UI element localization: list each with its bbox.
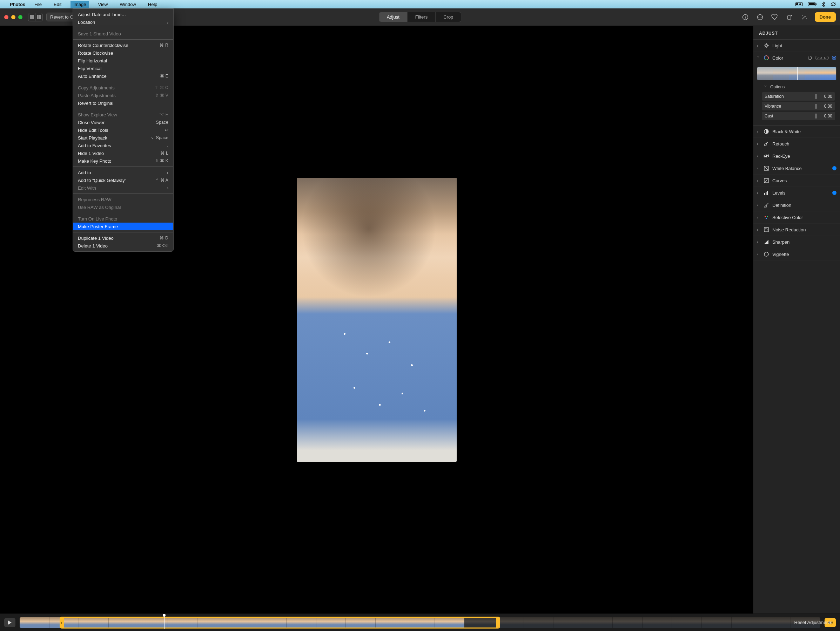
menu-item[interactable]: Flip Horizontal bbox=[73, 57, 173, 65]
menu-separator bbox=[73, 167, 173, 167]
menu-edit[interactable]: Edit bbox=[51, 1, 64, 8]
adjust-row-retouch[interactable]: › Retouch bbox=[753, 138, 840, 150]
bluetooth-icon[interactable] bbox=[822, 2, 825, 7]
slider-saturation[interactable]: Saturation 0.00 bbox=[762, 92, 835, 101]
adjust-panel: ADJUST › Light › Color AUTO bbox=[753, 26, 840, 614]
color-preview-strip[interactable] bbox=[757, 67, 837, 80]
menu-item[interactable]: Revert to Original bbox=[73, 99, 173, 107]
control-center-icon[interactable] bbox=[795, 2, 803, 6]
edit-mode-tabs[interactable]: Adjust Filters Crop bbox=[379, 12, 461, 22]
menu-file[interactable]: File bbox=[32, 1, 44, 8]
menu-item[interactable]: Start Playback⌥ Space bbox=[73, 134, 173, 142]
menu-item[interactable]: Flip Vertical bbox=[73, 65, 173, 72]
menu-window[interactable]: Window bbox=[117, 1, 139, 8]
menu-separator bbox=[73, 109, 173, 109]
adjust-row-definition[interactable]: › Definition bbox=[753, 199, 840, 211]
traffic-lights bbox=[4, 15, 22, 19]
menu-item[interactable]: Hide 1 Video⌘ L bbox=[73, 149, 173, 157]
menu-item[interactable]: Make Key Photo⇧ ⌘ K bbox=[73, 157, 173, 165]
svg-point-17 bbox=[765, 44, 768, 47]
color-strip-marker[interactable] bbox=[797, 67, 797, 80]
window-minimize-button[interactable] bbox=[11, 15, 16, 19]
split-view-icon[interactable] bbox=[35, 13, 43, 21]
menu-separator bbox=[73, 213, 173, 213]
menu-item[interactable]: Hide Edit Tools↩ bbox=[73, 126, 173, 134]
slider-vibrance[interactable]: Vibrance 0.00 bbox=[762, 102, 835, 110]
view-toggle[interactable] bbox=[28, 13, 43, 21]
adjust-row-bw[interactable]: › Black & White bbox=[753, 125, 840, 138]
menu-item-label: Close Viewer bbox=[78, 120, 156, 125]
tab-adjust[interactable]: Adjust bbox=[379, 12, 407, 22]
grid-view-icon[interactable] bbox=[28, 13, 35, 21]
slider-handle[interactable] bbox=[815, 104, 817, 109]
status-icons bbox=[795, 2, 837, 7]
adjust-row-label: Definition bbox=[772, 203, 837, 208]
sync-icon[interactable] bbox=[830, 2, 837, 7]
svg-line-23 bbox=[768, 47, 768, 47]
window-close-button[interactable] bbox=[4, 15, 8, 19]
rotate-icon[interactable] bbox=[785, 13, 794, 21]
menu-item[interactable]: Add to› bbox=[73, 169, 173, 176]
menu-image[interactable]: Image bbox=[71, 1, 89, 8]
menu-item[interactable]: Adjust Date and Time… bbox=[73, 11, 173, 18]
adjust-row-label: White Balance bbox=[772, 166, 829, 171]
svg-point-47 bbox=[767, 230, 767, 231]
svg-rect-8 bbox=[39, 15, 41, 19]
favorite-icon[interactable] bbox=[771, 13, 779, 21]
adjust-row-wb[interactable]: › White Balance bbox=[753, 162, 840, 175]
adjust-row-selcolor[interactable]: › Selective Color bbox=[753, 211, 840, 224]
adjust-row-redeye[interactable]: › Red-Eye bbox=[753, 150, 840, 162]
menu-item: Turn On Live Photo bbox=[73, 215, 173, 222]
adjust-row-light[interactable]: › Light bbox=[753, 39, 840, 52]
auto-enhance-icon[interactable] bbox=[800, 13, 808, 21]
menu-item[interactable]: Add to “Quick Getaway”⌃ ⌘ A bbox=[73, 176, 173, 184]
reset-adjustments-button[interactable]: Reset Adjustments bbox=[789, 620, 837, 625]
svg-rect-11 bbox=[745, 16, 745, 18]
submenu-arrow-icon: › bbox=[167, 170, 168, 175]
info-icon[interactable] bbox=[741, 13, 750, 21]
bw-icon bbox=[763, 128, 769, 135]
menu-item[interactable]: Auto Enhance⌘ E bbox=[73, 72, 173, 80]
svg-rect-37 bbox=[766, 192, 767, 195]
menu-item[interactable]: Rotate Counterclockwise⌘ R bbox=[73, 41, 173, 49]
window-zoom-button[interactable] bbox=[18, 15, 22, 19]
battery-icon[interactable] bbox=[808, 2, 817, 6]
adjust-row-color[interactable]: › Color AUTO bbox=[753, 52, 840, 64]
menu-item[interactable]: Duplicate 1 Video⌘ D bbox=[73, 234, 173, 242]
more-icon[interactable] bbox=[756, 13, 764, 21]
app-name[interactable]: Photos bbox=[10, 2, 25, 7]
menu-item[interactable]: Add to Favorites. bbox=[73, 142, 173, 149]
filmstrip bbox=[20, 617, 820, 628]
tab-crop[interactable]: Crop bbox=[435, 12, 461, 22]
play-button[interactable] bbox=[4, 618, 16, 627]
auto-button[interactable]: AUTO bbox=[815, 56, 829, 60]
adjust-row-curves[interactable]: › Curves bbox=[753, 175, 840, 187]
svg-rect-36 bbox=[764, 193, 765, 195]
menu-item[interactable]: Location› bbox=[73, 18, 173, 26]
color-options-toggle[interactable]: › Options bbox=[757, 83, 837, 91]
reset-icon[interactable] bbox=[807, 55, 812, 60]
color-target-icon[interactable] bbox=[832, 55, 837, 60]
menu-item[interactable]: Delete 1 Video⌘ ⌫ bbox=[73, 242, 173, 249]
adjust-row-levels[interactable]: › Levels bbox=[753, 187, 840, 199]
menu-item[interactable]: Make Poster Frame bbox=[73, 222, 173, 230]
menu-item[interactable]: Rotate Clockwise bbox=[73, 49, 173, 57]
adjust-row-noise[interactable]: › Noise Reduction bbox=[753, 224, 840, 236]
video-timeline[interactable]: ‹ › bbox=[20, 617, 820, 628]
tab-filters[interactable]: Filters bbox=[407, 12, 435, 22]
adjust-row-sharpen[interactable]: › Sharpen bbox=[753, 236, 840, 248]
menu-help[interactable]: Help bbox=[145, 1, 160, 8]
slider-cast[interactable]: Cast 0.00 bbox=[762, 112, 835, 120]
menu-separator bbox=[73, 82, 173, 82]
menu-item[interactable]: Close ViewerSpace bbox=[73, 118, 173, 126]
image-menu-dropdown[interactable]: Adjust Date and Time…Location›Save 1 Sha… bbox=[73, 8, 174, 252]
menu-item-label: Location bbox=[78, 20, 167, 25]
playhead[interactable] bbox=[164, 616, 164, 629]
adjust-row-vignette[interactable]: › Vignette bbox=[753, 248, 840, 260]
menu-view[interactable]: View bbox=[95, 1, 111, 8]
done-button[interactable]: Done bbox=[815, 12, 836, 22]
menu-item: Paste Adjustments⇧ ⌘ V bbox=[73, 91, 173, 99]
slider-handle[interactable] bbox=[815, 94, 817, 99]
chevron-right-icon: › bbox=[757, 178, 760, 183]
slider-handle[interactable] bbox=[815, 114, 817, 118]
